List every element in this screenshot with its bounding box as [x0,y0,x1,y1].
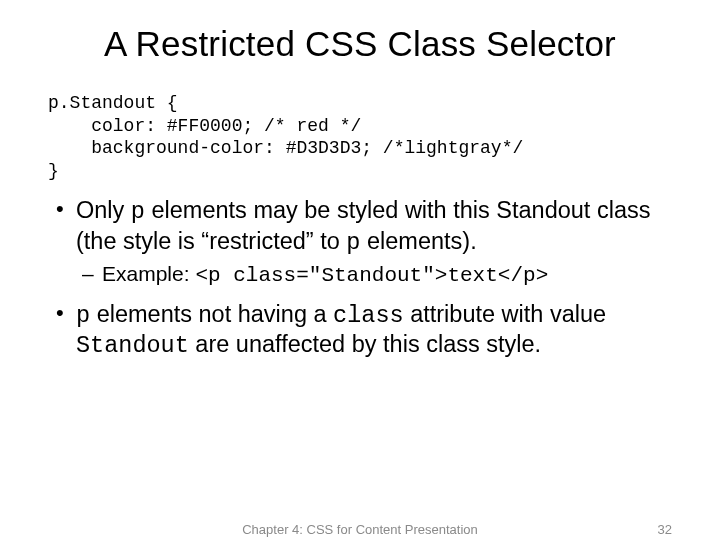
code-line-1: p.Standout { [48,93,178,113]
sub-bullet-1-code: <p class="Standout">text</p> [195,264,548,287]
bullet-2-code-3: Standout [76,332,189,359]
sub-bullet-1: Example: <p class="Standout">text</p> [76,261,672,289]
bullet-1-text-1: Only [76,197,131,223]
bullet-1-text-3: elements). [360,228,476,254]
bullet-2-code-1: p [76,302,90,329]
bullet-1-code-2: p [346,229,360,256]
bullet-2-text-2: attribute with value [404,301,606,327]
sub-bullet-1-text: Example: [102,262,195,285]
bullet-2-text-3: are unaffected by this class style. [189,331,541,357]
bullet-list: Only p elements may be styled with this … [48,196,672,361]
bullet-2-text-1: elements not having a [90,301,333,327]
footer-page-number: 32 [658,522,672,537]
code-line-3: background-color: #D3D3D3; /*lightgray*/ [48,138,523,158]
css-code-block: p.Standout { color: #FF0000; /* red */ b… [48,92,672,182]
bullet-1-code-1: p [131,198,145,225]
sub-bullet-list: Example: <p class="Standout">text</p> [76,261,672,289]
code-line-4: } [48,161,59,181]
slide-title: A Restricted CSS Class Selector [48,24,672,64]
bullet-2: p elements not having a class attribute … [48,300,672,361]
code-line-2: color: #FF0000; /* red */ [48,116,361,136]
bullet-2-code-2: class [333,302,404,329]
footer-chapter: Chapter 4: CSS for Content Presentation [242,522,478,537]
bullet-1: Only p elements may be styled with this … [48,196,672,290]
